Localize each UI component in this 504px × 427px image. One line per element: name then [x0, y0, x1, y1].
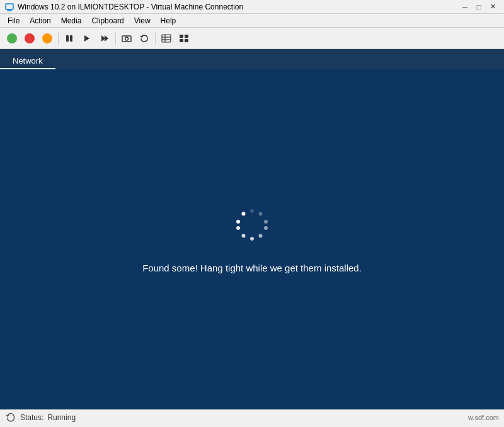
svg-rect-1: [8, 9, 11, 11]
svg-point-25: [236, 226, 240, 230]
status-label: Status:: [20, 413, 43, 422]
fast-forward-btn[interactable]: [96, 30, 113, 47]
svg-point-19: [259, 212, 263, 215]
svg-point-24: [242, 234, 246, 237]
svg-rect-0: [6, 4, 13, 9]
svg-rect-15: [185, 35, 188, 38]
svg-marker-7: [105, 35, 108, 42]
vm-screen[interactable]: Found some! Hang tight while we get them…: [0, 69, 504, 409]
svg-marker-5: [84, 35, 89, 42]
tab-network[interactable]: Network: [0, 52, 55, 69]
close-button[interactable]: ✕: [486, 1, 499, 13]
svg-point-22: [259, 234, 263, 237]
title-bar: Windows 10.2 on ILMIONTDESKTOP - Virtual…: [0, 0, 504, 14]
pause-media-btn[interactable]: [61, 30, 77, 47]
minimize-button[interactable]: ─: [459, 1, 471, 13]
tab-bar: Network: [0, 49, 504, 69]
svg-rect-16: [180, 39, 183, 42]
svg-point-26: [236, 220, 240, 224]
settings-btn[interactable]: [158, 30, 175, 47]
maximize-button[interactable]: □: [472, 1, 485, 13]
revert-btn[interactable]: [136, 30, 152, 47]
svg-rect-10: [162, 35, 171, 42]
extra-btn[interactable]: [176, 30, 192, 47]
svg-rect-4: [70, 35, 72, 42]
menu-clipboard[interactable]: Clipboard: [86, 15, 129, 26]
status-bar: Status: Running w.sdf.com: [0, 409, 504, 424]
title-bar-controls[interactable]: ─ □ ✕: [459, 1, 499, 13]
svg-rect-17: [185, 39, 188, 42]
separator-2: [115, 32, 116, 45]
menu-file[interactable]: File: [3, 15, 25, 26]
status-value: Running: [47, 413, 76, 422]
pause-btn[interactable]: [39, 30, 55, 47]
watermark: w.sdf.com: [468, 414, 499, 421]
svg-rect-14: [180, 35, 183, 38]
power-btn[interactable]: [4, 30, 20, 47]
svg-point-18: [250, 209, 254, 213]
menu-media[interactable]: Media: [56, 15, 87, 26]
svg-point-27: [242, 212, 246, 215]
loading-message: Found some! Hang tight while we get them…: [142, 263, 362, 273]
svg-point-23: [250, 237, 254, 241]
separator-1: [58, 32, 59, 45]
svg-point-9: [125, 37, 129, 40]
vm-icon: [5, 3, 14, 11]
spinner-svg: [233, 206, 271, 244]
svg-point-20: [264, 220, 268, 224]
separator-3: [155, 32, 156, 45]
play-btn[interactable]: [79, 30, 95, 47]
screenshot-btn[interactable]: [118, 30, 135, 47]
window-title: Windows 10.2 on ILMIONTDESKTOP - Virtual…: [18, 3, 243, 11]
svg-point-21: [264, 226, 268, 230]
loading-spinner: [233, 206, 271, 244]
menu-action[interactable]: Action: [25, 15, 55, 26]
title-bar-left: Windows 10.2 on ILMIONTDESKTOP - Virtual…: [5, 3, 243, 11]
svg-rect-2: [7, 10, 12, 11]
toolbar: [0, 28, 504, 49]
menu-view[interactable]: View: [129, 15, 156, 26]
menu-help[interactable]: Help: [156, 15, 181, 26]
status-left: Status: Running: [5, 412, 76, 423]
svg-rect-3: [66, 35, 69, 42]
stop-btn[interactable]: [21, 30, 38, 47]
menu-bar: File Action Media Clipboard View Help: [0, 14, 504, 28]
refresh-icon: [5, 412, 16, 423]
